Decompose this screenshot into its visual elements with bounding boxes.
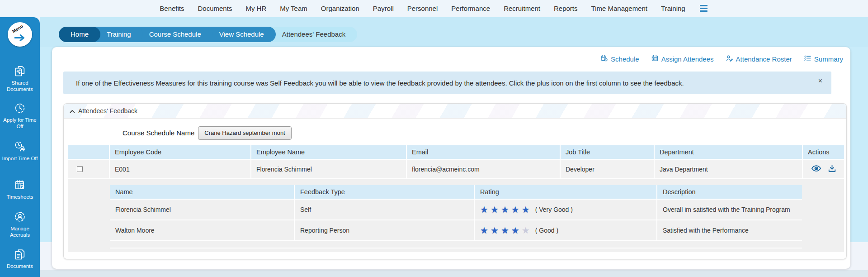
menu-button-label: Menu — [11, 24, 24, 34]
expanded-feedback-area: Name Feedback Type Rating Description Fl… — [68, 179, 844, 252]
clock-icon — [0, 102, 40, 115]
sidebar-item-import-time-off[interactable]: Import Time Off — [0, 140, 40, 162]
nav-item-reports[interactable]: Reports — [554, 5, 578, 12]
cell-name: Florencia Schimmel — [110, 200, 294, 220]
sidebar: Menu Shared Documen — [0, 17, 40, 277]
summary-link-label: Summary — [814, 55, 843, 63]
hamburger-menu-icon[interactable] — [699, 4, 708, 13]
cell-employee-code: E001 — [109, 160, 250, 178]
cell-description: Overall im satisfied with the Training P… — [656, 200, 802, 220]
nav-item-time-management[interactable]: Time Management — [591, 5, 648, 12]
nav-item-personnel[interactable]: Personnel — [407, 5, 438, 12]
footer-band — [40, 270, 868, 277]
cell-feedback-type: Self — [294, 200, 474, 220]
cell-description: Satisfied with the Performance — [656, 220, 802, 240]
tab-home[interactable]: Home — [59, 27, 100, 42]
sidebar-item-shared-documents[interactable]: Shared Documents — [0, 65, 40, 93]
attendance-roster-link[interactable]: Attendance Roster — [726, 54, 792, 63]
nav-item-my-hr[interactable]: My HR — [245, 5, 266, 12]
sidebar-item-manage-accruals[interactable]: Manage Accruals — [0, 210, 40, 239]
feedback-row: Florencia Schimmel Self ★★★★★ ( Very Goo… — [110, 200, 802, 220]
attendance-roster-link-label: Attendance Roster — [736, 55, 792, 63]
attendees-table-header: Employee Code Employee Name Email Job Ti… — [68, 145, 844, 160]
star-rating: ★★★★★ — [480, 205, 532, 214]
panel-title: Attendees' Feedback — [78, 107, 137, 115]
sidebar-item-apply-for-time-off[interactable]: Apply for Time Off — [0, 102, 40, 130]
header-cell-department: Department — [654, 145, 802, 159]
calendar-clock-icon — [0, 179, 40, 191]
cell-name: Walton Moore — [110, 220, 294, 240]
sidebar-item-label: Manage Accruals — [0, 225, 40, 239]
schedule-link[interactable]: Schedule — [600, 54, 639, 63]
cell-email: florencia@acmeinc.com — [406, 160, 560, 178]
feedback-table-header: Name Feedback Type Rating Description — [110, 185, 802, 200]
star-rating: ★★★★★ — [480, 226, 532, 235]
header-cell-employee-name: Employee Name — [250, 145, 406, 159]
menu-button[interactable]: Menu — [8, 22, 32, 47]
content-area: Home Training Course Schedule View Sched… — [40, 17, 868, 277]
assign-attendees-link[interactable]: Assign Attendees — [651, 54, 714, 63]
rating-label: ( Very Good ) — [535, 206, 573, 213]
sidebar-item-timesheets[interactable]: Timesheets — [0, 179, 40, 200]
nav-item-my-team[interactable]: My Team — [280, 5, 307, 12]
assign-attendees-link-label: Assign Attendees — [661, 55, 714, 63]
person-pen-icon — [726, 54, 733, 63]
gear-person-icon — [0, 210, 40, 223]
import-clock-person-icon — [0, 140, 40, 153]
cell-job-title: Developer — [560, 160, 654, 178]
cell-rating: ★★★★★ ( Very Good ) — [474, 200, 656, 220]
sidebar-item-label: Import Time Off — [0, 155, 40, 162]
cell-feedback-type: Reporting Person — [294, 220, 474, 240]
sidebar-item-label: Apply for Time Off — [0, 117, 40, 130]
header-cell-rating: Rating — [474, 185, 656, 199]
header-cell-actions: Actions — [802, 145, 844, 159]
header-cell-name: Name — [110, 185, 294, 199]
sidebar-item-label: Documents — [0, 263, 40, 269]
header-cell-description: Description — [656, 185, 802, 199]
table-row: E001 Florencia Schimmel florencia@acmein… — [68, 160, 844, 179]
arrow-right-icon — [14, 34, 26, 43]
course-schedule-name-button[interactable]: Crane Hazard september mont — [198, 126, 291, 140]
tab-bar: Home Training Course Schedule View Sched… — [59, 27, 357, 42]
sidebar-item-documents[interactable]: Documents — [0, 248, 40, 269]
screen: Benefits Documents My HR My Team Organiz… — [0, 0, 868, 277]
documents-icon — [0, 248, 40, 261]
header-cell-expand — [68, 145, 109, 159]
shared-documents-icon — [0, 65, 40, 77]
nav-item-recruitment[interactable]: Recruitment — [504, 5, 540, 12]
chevron-up-icon — [70, 107, 75, 115]
calendar-clock-icon — [600, 54, 608, 63]
header-cell-feedback-type: Feedback Type — [294, 185, 474, 199]
list-icon — [804, 54, 811, 63]
collapse-row-icon[interactable] — [77, 166, 83, 172]
sidebar-item-label: Shared Documents — [0, 80, 40, 93]
cell-employee-name: Florencia Schimmel — [250, 160, 406, 178]
summary-link[interactable]: Summary — [804, 54, 843, 63]
rating-label: ( Good ) — [535, 227, 558, 234]
nav-item-performance[interactable]: Performance — [451, 5, 490, 12]
header-cell-job-title: Job Title — [560, 145, 654, 159]
feedback-table: Name Feedback Type Rating Description Fl… — [110, 185, 802, 241]
schedule-link-label: Schedule — [611, 55, 639, 63]
attendees-feedback-panel: Attendees' Feedback Course Schedule Name… — [63, 103, 847, 259]
info-banner: If one of the Effectiveness Measures for… — [63, 72, 831, 94]
attendees-table: Employee Code Employee Name Email Job Ti… — [68, 145, 844, 179]
nav-item-organization[interactable]: Organization — [321, 5, 359, 12]
nav-item-training[interactable]: Training — [661, 5, 685, 12]
top-nav: Benefits Documents My HR My Team Organiz… — [0, 0, 868, 17]
info-banner-text: If one of the Effectiveness Measures for… — [63, 79, 684, 87]
view-icon[interactable] — [811, 165, 821, 173]
download-icon[interactable] — [828, 164, 836, 174]
cell-rating: ★★★★★ ( Good ) — [474, 220, 656, 240]
course-schedule-name-label: Course Schedule Name — [123, 129, 194, 137]
tab-attendees-feedback[interactable]: Attendees' Feedback — [263, 27, 357, 42]
course-schedule-row: Course Schedule Name Crane Hazard septem… — [64, 126, 846, 140]
nav-item-benefits[interactable]: Benefits — [160, 5, 184, 12]
nav-item-documents[interactable]: Documents — [198, 5, 232, 12]
sidebar-item-label: Timesheets — [0, 194, 40, 200]
divider — [110, 248, 802, 248]
close-icon[interactable]: × — [818, 77, 822, 85]
nav-item-payroll[interactable]: Payroll — [373, 5, 394, 12]
panel-header[interactable]: Attendees' Feedback — [64, 104, 846, 119]
toolbar: Schedule Assign Attendees — [600, 54, 843, 63]
